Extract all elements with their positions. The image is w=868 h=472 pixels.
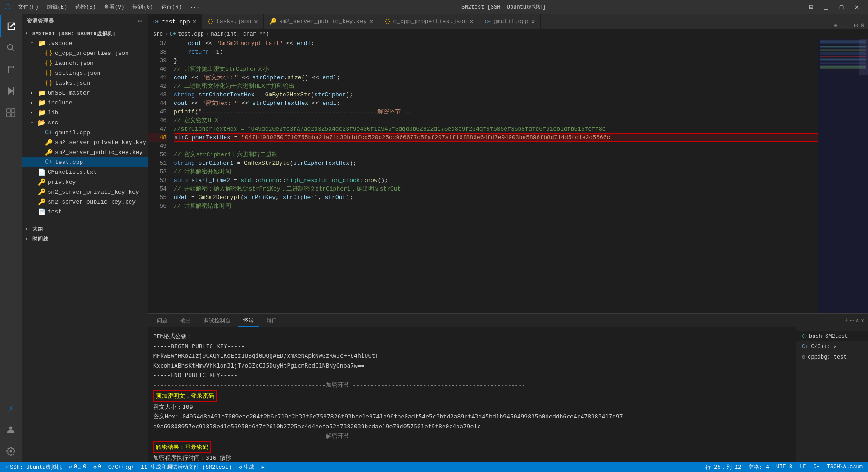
tab-close[interactable]: ✕: [531, 18, 535, 25]
panel-tab-terminal[interactable]: 终端: [238, 315, 259, 327]
svg-point-4: [8, 71, 9, 73]
panel-tab-problems[interactable]: 问题: [151, 315, 173, 327]
sidebar-item-launch[interactable]: {} launch.json: [22, 58, 148, 68]
minimize-button[interactable]: ⎯: [819, 0, 833, 14]
status-spaces[interactable]: 空格: 4: [746, 463, 771, 471]
code-editor[interactable]: 37 38 39 40 41 42 43 44 45 46 47 48 49 5…: [148, 39, 868, 313]
panel-tab-debug[interactable]: 调试控制台: [198, 315, 236, 327]
code-line-55: nRet = GmSm2Decrypt(strPriKey, strCipher…: [174, 193, 818, 202]
activity-remote[interactable]: ⚡: [0, 397, 22, 419]
sidebar-item-include[interactable]: ▸ 📁 include: [22, 98, 148, 108]
sidebar-item-sm2-pub-root[interactable]: 🔑 sm2_server_public_key.key: [22, 197, 148, 207]
panel-tab-output[interactable]: 输出: [175, 315, 196, 327]
menu-more[interactable]: ...: [186, 2, 203, 12]
terminal-list-bash[interactable]: ⬡ bash SM2test: [796, 331, 868, 341]
close-button[interactable]: ✕: [850, 0, 863, 14]
sidebar-item-c-cpp[interactable]: {} c_cpp_properties.json: [22, 48, 148, 58]
sidebar-timeline[interactable]: ▸ 时间线: [22, 234, 148, 244]
sidebar-item-cmake[interactable]: 📄 CMakeLists.txt: [22, 167, 148, 177]
sidebar-item-settings[interactable]: {} settings.json: [22, 68, 148, 78]
status-left: ⚡ SSH: Ubuntu虚拟机 ⊘ 0 ⚠ 0 ⚙ 0 C/C++:g++-1…: [4, 463, 267, 471]
menu-goto[interactable]: 转到(G): [129, 2, 157, 12]
status-feedback[interactable]: TSOH\A.csum: [825, 463, 864, 471]
panel-new-terminal[interactable]: +: [844, 317, 849, 325]
sidebar-item-test-bin[interactable]: 📄 test: [22, 207, 148, 217]
plaintext-box: 预加密明文：登录密码: [153, 390, 217, 402]
panel-tab-ports[interactable]: 端口: [261, 315, 283, 327]
tab-test-cpp[interactable]: C+ test.cpp ✕: [148, 14, 202, 29]
terminal-list-cppdbg[interactable]: ⚙ cppdbg: test: [796, 352, 868, 362]
status-language[interactable]: C+: [811, 463, 821, 471]
tab-label: tasks.json: [216, 18, 251, 25]
window-title: SM2test [SSH: Ubuntu虚拟机]: [203, 3, 804, 11]
panel-content[interactable]: PEM格式公钥： -----BEGIN PUBLIC KEY----- MFkw…: [148, 327, 796, 462]
sidebar-item-gmutil[interactable]: C+ gmutil.cpp: [22, 127, 148, 137]
status-build[interactable]: ⚙ 生成: [237, 463, 256, 471]
tab-close[interactable]: ✕: [370, 18, 373, 25]
editor-more-btn[interactable]: ...: [840, 22, 851, 29]
status-errors[interactable]: ⊘ 0 ⚠ 0: [67, 464, 88, 471]
tab-close[interactable]: ✕: [254, 18, 258, 25]
tab-close[interactable]: ✕: [470, 18, 473, 25]
activity-run[interactable]: [0, 80, 22, 102]
terminal-list-cpp[interactable]: C+ C/C++: ✓: [796, 341, 868, 352]
sidebar-root[interactable]: ▾ SM2TEST [SSH: UBUNTU虚拟机]: [22, 28, 148, 38]
activity-account[interactable]: [0, 419, 22, 440]
status-compiler[interactable]: C/C++:g++-11 生成和调试活动文件 (SM2test): [107, 463, 234, 471]
activity-search[interactable]: [0, 37, 22, 59]
menu-edit[interactable]: 编辑(E): [43, 2, 71, 12]
status-encoding[interactable]: UTF-8: [774, 463, 794, 471]
sidebar-outline[interactable]: ▸ 大纲: [22, 224, 148, 234]
tab-sm2-pub[interactable]: 🔑 sm2_server_public_key.key ✕: [264, 14, 379, 29]
status-run[interactable]: ▶: [260, 464, 267, 471]
sidebar-item-src[interactable]: ▾ 📂 src: [22, 118, 148, 127]
code-content[interactable]: cout << "GmSm2Encrypt fail" << endl; ret…: [170, 39, 818, 313]
maximize-button[interactable]: ▢: [835, 0, 848, 14]
activity-source-control[interactable]: [0, 59, 22, 80]
sidebar-item-tasks[interactable]: {} tasks.json: [22, 78, 148, 88]
menu-run[interactable]: 运行(R): [158, 2, 185, 12]
status-eol[interactable]: LF: [798, 463, 808, 471]
sidebar-item-vscode[interactable]: ▾ 📁 .vscode: [22, 38, 148, 48]
tab-gmutil[interactable]: C+ gmutil.cpp ✕: [479, 14, 541, 29]
status-ssh[interactable]: ⚡ SSH: Ubuntu虚拟机: [4, 463, 63, 471]
sidebar-item-lib[interactable]: ▸ 📁 lib: [22, 108, 148, 118]
sidebar-item-test-cpp[interactable]: C+ test.cpp: [22, 157, 148, 167]
layout-button[interactable]: ⧉: [804, 0, 818, 14]
editor-settings-btn[interactable]: ⚙: [861, 22, 864, 29]
tab-c-cpp-props[interactable]: {} c_cpp_properties.json ✕: [379, 14, 479, 29]
vscode-arrow: ▾: [31, 41, 38, 46]
status-remote[interactable]: ⚙ 0: [91, 464, 103, 471]
activity-settings[interactable]: [0, 440, 22, 462]
sidebar-item-sm2-private[interactable]: 🔑 sm2_server_private_key.key: [22, 137, 148, 147]
menu-bar[interactable]: 文件(F) 编辑(E) 选择(S) 查看(V) 转到(G) 运行(R) ...: [14, 2, 203, 12]
activity-extensions[interactable]: [0, 102, 22, 123]
breadcrumb-function[interactable]: main(int, char **): [211, 31, 269, 37]
tab-close[interactable]: ✕: [193, 18, 196, 25]
sidebar-item-sm2-priv-root[interactable]: 🔑 sm2_server_private_key.key: [22, 187, 148, 197]
status-ln-col[interactable]: 行 25，列 12: [704, 463, 743, 471]
panel-more[interactable]: ⋯: [850, 317, 854, 324]
menu-view[interactable]: 查看(V): [100, 2, 128, 12]
sidebar-item-gmssl[interactable]: ▸ 📁 GmSSL-master: [22, 88, 148, 98]
warning-icon: ⚠: [78, 464, 81, 471]
activity-explorer[interactable]: [0, 15, 22, 37]
editor-split-btn[interactable]: ⊡: [854, 22, 858, 29]
panel-chevron-up[interactable]: ∧: [855, 317, 859, 324]
error-count: 0: [74, 464, 77, 470]
sidebar-item-priv-key[interactable]: 🔑 priv.key: [22, 177, 148, 187]
panel-close[interactable]: ✕: [861, 317, 864, 324]
breadcrumb-src[interactable]: src: [153, 31, 163, 37]
sidebar-new-file[interactable]: ⋯: [138, 17, 142, 25]
tab-tasks[interactable]: {} tasks.json ✕: [202, 14, 264, 29]
terminal-cppdbg-label: cppdbg: test: [808, 354, 846, 360]
breadcrumb: src › C+ test.cpp › main(int, char **): [148, 29, 868, 39]
editor-layout-btn[interactable]: ⊞: [833, 22, 837, 29]
menu-select[interactable]: 选择(S): [72, 2, 99, 12]
sidebar-item-sm2-public[interactable]: 🔑 sm2_server_public_key.key: [22, 147, 148, 157]
code-line-43: string strCipherTextHex = GmByte2HexStr(…: [174, 91, 818, 99]
terminal-line: -----END PUBLIC KEY-----: [153, 371, 791, 380]
svg-rect-12: [11, 113, 15, 117]
breadcrumb-file[interactable]: test.cpp: [178, 31, 204, 37]
menu-file[interactable]: 文件(F): [14, 2, 42, 12]
